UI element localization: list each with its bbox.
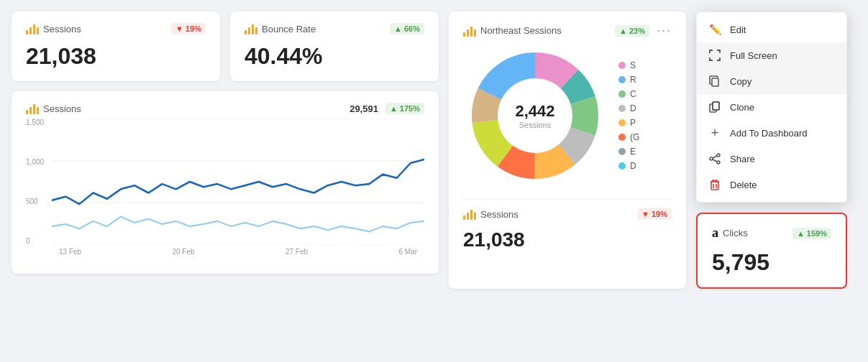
- svg-rect-23: [711, 182, 718, 190]
- sessions-top-value: 21,038: [26, 43, 206, 70]
- chart-bar-icon: [26, 103, 39, 114]
- context-menu: ✏️ Edit Full Screen Copy: [696, 11, 847, 203]
- clicks-value: 5,795: [712, 249, 831, 276]
- northeast-card: Northeast Sessions ▲ 23% ···: [449, 11, 686, 289]
- menu-copy-label: Copy: [730, 76, 751, 87]
- bounce-bar-icon: [245, 23, 257, 34]
- amazon-icon: a: [712, 226, 718, 241]
- share-icon: [708, 152, 721, 165]
- northeast-bar-icon: [463, 25, 476, 37]
- menu-item-copy[interactable]: Copy: [697, 68, 846, 94]
- svg-rect-16: [713, 102, 719, 110]
- menu-delete-label: Delete: [730, 180, 757, 190]
- menu-clone-label: Clone: [730, 102, 754, 113]
- sessions-bottom-badge: ▼ 19%: [637, 208, 672, 220]
- northeast-title: Northeast Sessions: [480, 25, 562, 36]
- menu-item-fullscreen[interactable]: Full Screen: [697, 42, 846, 68]
- clicks-badge: ▲ 159%: [792, 228, 831, 239]
- sessions-top-badge: ▼ 19%: [171, 23, 206, 34]
- menu-item-add-dashboard[interactable]: + Add To Dashboard: [697, 120, 846, 146]
- pencil-icon: ✏️: [708, 23, 721, 36]
- trash-icon: [708, 178, 721, 191]
- menu-edit-label: Edit: [730, 24, 746, 35]
- menu-item-clone[interactable]: Clone: [697, 94, 846, 120]
- sessions-bottom-title: Sessions: [480, 209, 518, 220]
- chart-total: 29,591: [350, 103, 378, 114]
- sessions-bottom-value: 21,038: [463, 228, 672, 251]
- menu-item-delete[interactable]: Delete: [697, 172, 846, 198]
- menu-item-share[interactable]: Share: [697, 146, 846, 172]
- copy-icon: [708, 75, 721, 88]
- donut-label: Sessions: [515, 121, 554, 129]
- sessions-top-title: Sessions: [43, 24, 81, 34]
- menu-fullscreen-label: Full Screen: [730, 50, 777, 61]
- more-options-button[interactable]: ···: [657, 23, 672, 38]
- chart-badge: ▲ 175%: [385, 103, 424, 114]
- menu-item-edit[interactable]: ✏️ Edit: [697, 17, 846, 42]
- x-axis-labels: 13 Feb 20 Feb 27 Feb 6 Mar: [52, 248, 424, 262]
- clicks-card: a Clicks ▲ 159% 5,795: [696, 213, 847, 289]
- clone-icon: [708, 101, 721, 113]
- chart-title: Sessions: [43, 103, 81, 114]
- northeast-badge: ▲ 23%: [615, 25, 649, 37]
- donut-chart: 2,442 Sessions: [463, 44, 607, 187]
- donut-value: 2,442: [515, 102, 554, 121]
- sessions-chart-card: Sessions 29,591 ▲ 175% 1,500 1,000 500 0: [12, 91, 439, 274]
- chart-canvas: [52, 119, 424, 245]
- bounce-rate-card: Bounce Rate ▲ 66% 40.44%: [230, 11, 439, 81]
- y-axis-labels: 1,500 1,000 500 0: [26, 119, 49, 245]
- svg-line-22: [713, 159, 717, 162]
- donut-legend: S R C D P (G E D: [618, 60, 639, 171]
- svg-rect-14: [712, 78, 718, 86]
- clicks-title: Clicks: [723, 228, 748, 238]
- plus-icon: +: [708, 126, 721, 139]
- bounce-badge: ▲ 66%: [390, 23, 424, 34]
- svg-point-19: [717, 161, 720, 164]
- svg-point-18: [717, 154, 720, 157]
- bounce-title: Bounce Rate: [262, 24, 316, 34]
- menu-add-dashboard-label: Add To Dashboard: [730, 128, 807, 139]
- menu-share-label: Share: [730, 154, 755, 164]
- sessions-top-card: Sessions ▼ 19% 21,038: [12, 11, 220, 81]
- svg-line-21: [713, 156, 717, 158]
- sessions-bar-icon: [26, 23, 39, 34]
- fullscreen-icon: [708, 49, 721, 62]
- svg-point-20: [710, 157, 713, 160]
- sessions-bottom-icon: [463, 208, 476, 220]
- bounce-value: 40.44%: [245, 43, 424, 70]
